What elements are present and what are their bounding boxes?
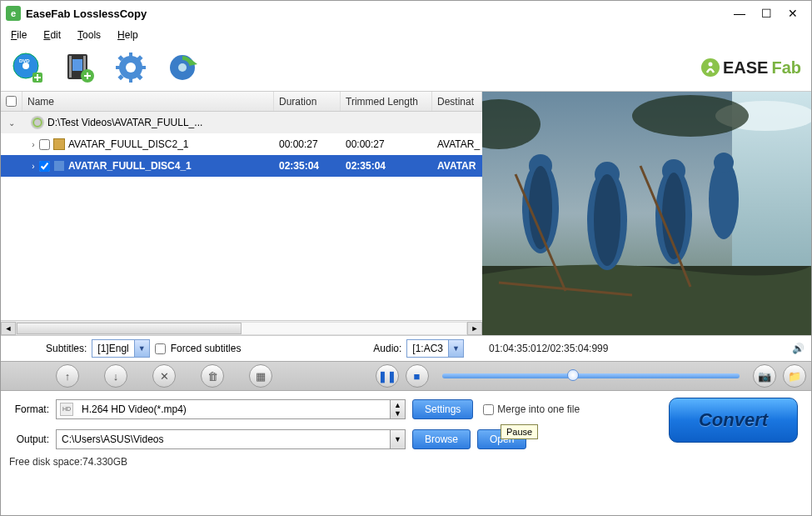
spinner-icon[interactable]: ▲▼ <box>390 400 405 418</box>
scroll-right-button[interactable]: ► <box>467 322 482 335</box>
pause-button[interactable]: ❚❚ <box>376 364 399 388</box>
snapshot-button[interactable]: 📷 <box>753 364 776 388</box>
svg-point-20 <box>178 63 187 72</box>
svg-point-40 <box>632 95 749 137</box>
convert-button[interactable]: Convert <box>669 398 798 443</box>
refresh-button[interactable] <box>166 51 199 84</box>
merge-label: Merge into one file <box>497 403 580 415</box>
svg-point-36 <box>594 174 620 266</box>
settings-button[interactable]: Settings <box>412 399 473 419</box>
clear-all-button[interactable]: 🗑 <box>201 364 224 388</box>
audio-label: Audio: <box>373 343 401 354</box>
file-list-header: Name Duration Trimmed Length Destinat <box>1 92 482 112</box>
bottom-form: Format: HD H.264 HD Video(*.mp4) ▲▼ Sett… <box>1 391 811 453</box>
format-value: H.264 HD Video(*.mp4) <box>77 403 390 415</box>
row-dest: AVATAR_ <box>432 133 482 155</box>
menubar: File Edit Tools Help <box>1 26 811 44</box>
group-path: D:\Test Videos\AVATAR_FUULL_... <box>47 117 202 128</box>
svg-text:DVD: DVD <box>19 58 30 63</box>
window-title: EaseFab LosslessCopy <box>26 8 726 20</box>
toolbar: DVD EASEFab <box>1 44 811 91</box>
dvd-icon <box>31 116 44 129</box>
row-trimmed: 00:00:27 <box>341 133 432 155</box>
subtitles-value: [1]Engl <box>92 343 133 354</box>
row-dest: AVATAR <box>437 160 476 172</box>
col-duration[interactable]: Duration <box>274 92 341 111</box>
col-destination[interactable]: Destinat <box>432 92 482 111</box>
scroll-track[interactable] <box>16 322 467 335</box>
scroll-thumb[interactable] <box>17 323 242 334</box>
menu-edit[interactable]: Edit <box>43 29 61 41</box>
format-icon: HD <box>60 403 73 416</box>
open-folder-button[interactable]: 📁 <box>783 364 806 388</box>
minimize-button[interactable]: — <box>726 3 753 23</box>
col-name[interactable]: Name <box>22 92 274 111</box>
select-all-checkbox[interactable] <box>6 96 17 107</box>
horizontal-scrollbar[interactable]: ◄ ► <box>1 320 482 335</box>
disc-group-row[interactable]: ⌄ D:\Test Videos\AVATAR_FUULL_... <box>1 112 482 133</box>
col-trimmed[interactable]: Trimmed Length <box>341 92 432 111</box>
row-name: AVATAR_FUULL_DISC2_1 <box>68 138 189 150</box>
load-disc-button[interactable]: DVD <box>11 51 44 84</box>
menu-help[interactable]: Help <box>117 29 138 41</box>
format-select[interactable]: HD H.264 HD Video(*.mp4) ▲▼ <box>56 399 406 419</box>
menu-file[interactable]: File <box>11 29 27 41</box>
forced-subtitles-label: Forced subtitles <box>171 343 242 354</box>
move-down-button[interactable]: ↓ <box>104 364 127 388</box>
svg-point-34 <box>714 153 734 173</box>
file-list-panel: Name Duration Trimmed Length Destinat ⌄ … <box>1 92 482 335</box>
expand-icon[interactable]: › <box>27 162 39 171</box>
remove-button[interactable]: ✕ <box>152 364 176 388</box>
collapse-icon[interactable]: ⌄ <box>6 118 17 128</box>
settings-gear-button[interactable] <box>114 51 147 84</box>
merge-checkbox[interactable] <box>483 404 494 415</box>
row-duration: 02:35:04 <box>279 160 319 172</box>
svg-rect-13 <box>116 66 121 69</box>
svg-rect-7 <box>72 59 82 71</box>
audio-select[interactable]: [1:AC3 ▼ <box>406 339 464 358</box>
file-row-selected[interactable]: ›AVATAR_FUULL_DISC4_1 02:35:04 02:35:04 … <box>1 155 482 177</box>
pause-tooltip: Pause <box>501 424 538 439</box>
move-up-button[interactable]: ↑ <box>56 364 79 388</box>
video-preview[interactable] <box>482 92 811 335</box>
subtitles-label: Subtitles: <box>6 343 87 354</box>
chevron-down-icon[interactable]: ▼ <box>448 340 463 357</box>
output-path-value: C:\Users\ASUS\Videos <box>57 433 390 445</box>
svg-point-1 <box>22 63 29 69</box>
subtitle-audio-row: Subtitles: [1]Engl ▼ Forced subtitles Au… <box>1 336 482 361</box>
seek-knob[interactable] <box>567 369 579 381</box>
titlebar: e EaseFab LosslessCopy — ☐ ✕ <box>1 1 811 26</box>
chevron-down-icon[interactable]: ▼ <box>134 340 149 357</box>
svg-point-10 <box>126 63 136 73</box>
edit-video-button[interactable]: ▦ <box>249 364 272 388</box>
row-checkbox[interactable] <box>39 139 50 150</box>
load-file-button[interactable] <box>62 51 96 84</box>
svg-rect-11 <box>129 53 132 58</box>
subtitles-select[interactable]: [1]Engl ▼ <box>92 339 149 358</box>
maximize-button[interactable]: ☐ <box>753 3 780 23</box>
stop-button[interactable]: ■ <box>406 364 429 388</box>
row-checkbox[interactable] <box>39 161 50 172</box>
chevron-down-icon[interactable]: ▼ <box>390 430 405 448</box>
forced-subtitles-checkbox[interactable] <box>155 343 166 354</box>
browse-button[interactable]: Browse <box>412 429 471 449</box>
seek-slider[interactable] <box>442 373 740 378</box>
file-row[interactable]: ›AVATAR_FUULL_DISC2_1 00:00:27 00:00:27 … <box>1 133 482 155</box>
volume-icon[interactable]: 🔊 <box>792 343 805 354</box>
menu-tools[interactable]: Tools <box>77 29 101 41</box>
scroll-left-button[interactable]: ◄ <box>1 322 16 335</box>
video-file-icon <box>53 138 65 150</box>
timecode-row: 01:04:35:012/02:35:04:999 🔊 <box>482 336 811 361</box>
brand-text-1: EASE <box>723 58 768 78</box>
svg-point-22 <box>708 63 712 67</box>
close-button[interactable]: ✕ <box>780 3 806 23</box>
svg-rect-5 <box>69 56 72 78</box>
row-duration: 00:00:27 <box>274 133 341 155</box>
brand-logo: EASEFab <box>701 58 801 78</box>
output-path-input[interactable]: C:\Users\ASUS\Videos ▼ <box>56 429 406 449</box>
format-label: Format: <box>11 403 49 415</box>
video-file-icon <box>53 160 65 172</box>
expand-icon[interactable]: › <box>27 140 39 149</box>
footer-status: Free disk space:74.330GB <box>1 453 811 471</box>
row-name: AVATAR_FUULL_DISC4_1 <box>68 160 192 172</box>
